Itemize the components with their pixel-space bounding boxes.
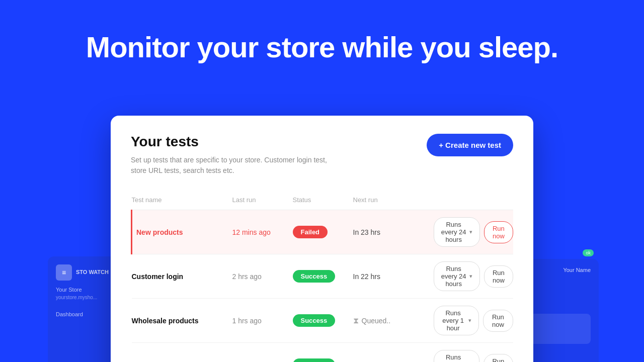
bg-logo-text: STO WATCH <box>76 269 109 276</box>
tests-table: Test name Last run Status Next run New p… <box>131 192 513 362</box>
status-badge-2: Success <box>293 270 336 283</box>
modal-title: Your tests <box>131 134 332 150</box>
run-now-button-1[interactable]: Run now <box>484 221 513 243</box>
status-badge-3: Success <box>293 314 336 327</box>
table-row: New products12 mins agoFailedIn 23 hrsRu… <box>132 210 514 254</box>
run-now-button-3[interactable]: Run now <box>483 310 513 332</box>
create-new-test-button[interactable]: + Create new test <box>427 134 513 156</box>
bg-logo-icon: ≡ <box>56 264 72 281</box>
next-run-1: In 23 hrs <box>353 228 380 236</box>
table-row: Wholesale products1 hrs agoSuccess⧗ Queu… <box>132 299 514 343</box>
chevron-down-icon: ▾ <box>469 229 472 235</box>
run-now-button-2[interactable]: Run now <box>484 265 513 288</box>
bg-user-name: Your Name <box>563 267 591 273</box>
tests-modal: Your tests Set up tests that are specifi… <box>111 116 533 362</box>
status-badge-1: Failed <box>293 226 328 238</box>
col-header-test-name: Test name <box>132 192 232 210</box>
schedule-dropdown-3[interactable]: Runs every 1 hour ▾ <box>434 306 479 335</box>
actions-cell-1: Runs every 24 hours ▾Run now <box>434 217 514 247</box>
chevron-down-icon: ▾ <box>468 317 471 324</box>
chevron-down-icon: ▾ <box>469 273 472 280</box>
actions-cell-4: Runs every 8 hours ▾Run now <box>434 350 514 362</box>
col-header-last-run: Last run <box>232 192 293 210</box>
modal-header-text: Your tests Set up tests that are specifi… <box>131 134 332 176</box>
schedule-dropdown-4[interactable]: Runs every 8 hours ▾ <box>434 350 479 362</box>
test-name-2: Customer login <box>132 273 184 281</box>
schedule-dropdown-1[interactable]: Runs every 24 hours ▾ <box>434 217 480 247</box>
modal-subtitle: Set up tests that are specific to your s… <box>131 155 332 176</box>
bg-ok-badge: ok <box>583 249 594 256</box>
col-header-actions <box>434 192 514 210</box>
test-name-3: Wholesale products <box>132 317 199 325</box>
table-row: Wholesale search ne..1 hrs agoSuccessIn … <box>132 343 514 363</box>
col-header-next-run: Next run <box>353 192 434 210</box>
next-run-queued-3: ⧗ Queued.. <box>353 316 434 325</box>
hero-title: Monitor your store while you sleep. <box>0 0 644 64</box>
table-row: Customer login2 hrs agoSuccessIn 22 hrsR… <box>132 254 514 299</box>
next-run-2: In 22 hrs <box>353 273 380 281</box>
last-run-3: 1 hrs ago <box>232 317 262 325</box>
actions-cell-3: Runs every 1 hour ▾Run now <box>434 306 514 335</box>
modal-header: Your tests Set up tests that are specifi… <box>131 134 513 176</box>
test-name-1: New products <box>136 228 183 236</box>
last-run-2: 2 hrs ago <box>232 273 262 281</box>
status-badge-4: Success <box>293 358 336 362</box>
last-run-1: 12 mins ago <box>232 228 271 236</box>
col-header-status: Status <box>293 192 353 210</box>
schedule-dropdown-2[interactable]: Runs every 24 hours ▾ <box>434 261 480 291</box>
table-header: Test name Last run Status Next run <box>132 192 514 210</box>
table-body: New products12 mins agoFailedIn 23 hrsRu… <box>132 210 514 363</box>
run-now-button-4[interactable]: Run now <box>484 354 513 363</box>
actions-cell-2: Runs every 24 hours ▾Run now <box>434 261 514 291</box>
